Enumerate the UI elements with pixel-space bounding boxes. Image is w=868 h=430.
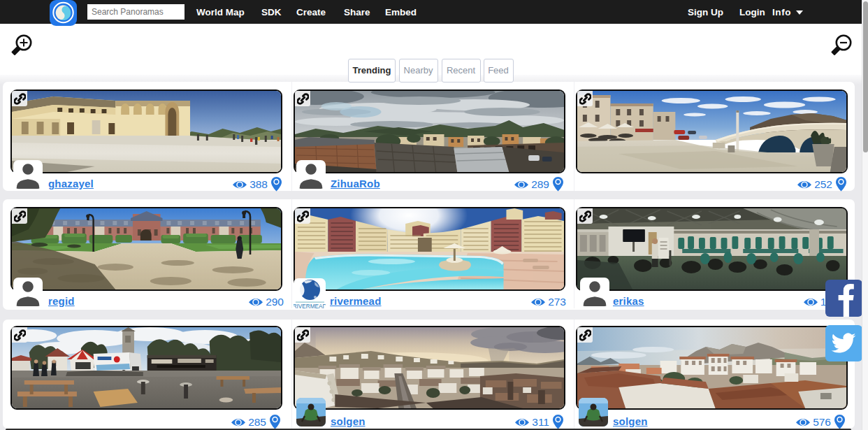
svg-text:RIVERMEAD: RIVERMEAD xyxy=(294,303,326,309)
